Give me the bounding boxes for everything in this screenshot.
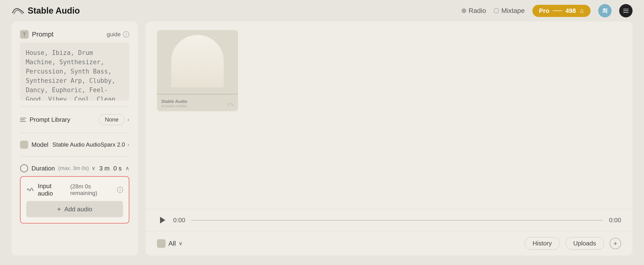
prompt-input[interactable] (20, 43, 129, 101)
clock-icon (20, 164, 28, 172)
album-art: Stable Audio AI music creation (157, 30, 238, 111)
mixtape-icon (494, 8, 499, 13)
model-left: Model (20, 141, 48, 149)
logo: Stable Audio (12, 6, 80, 16)
player-area: 0:00 0:00 (146, 209, 632, 231)
duration-seconds-value: 0 s (113, 165, 122, 172)
audio-wave-icon (26, 185, 34, 194)
pro-separator (553, 11, 562, 11)
input-audio-label: Input audio (38, 182, 67, 197)
prompt-icon: T (20, 30, 28, 39)
all-label: All (168, 240, 176, 247)
radio-label: Radio (469, 7, 486, 15)
duration-label: Duration (32, 165, 55, 172)
model-icon (20, 141, 28, 149)
tabs-bar: All ∨ History Uploads + (146, 231, 632, 255)
prompt-header-left: T Prompt (20, 30, 54, 39)
mixtape-nav[interactable]: Mixtape (494, 7, 525, 15)
divider-2 (20, 133, 129, 133)
album-brand-subtitle: AI music creation (161, 104, 187, 108)
uploads-tab[interactable]: Uploads (566, 237, 604, 250)
album-logo-icon (226, 102, 234, 108)
album-brand-title: Stable Audio (161, 99, 187, 104)
add-audio-button[interactable]: + Add audio (26, 201, 123, 217)
app-title: Stable Audio (28, 6, 80, 16)
hamburger-icon (623, 9, 628, 13)
divider-3 (20, 156, 129, 157)
input-audio-left: Input audio (28m 0s remaining) (26, 182, 117, 197)
duration-max: (max. 3m 0s) (58, 165, 89, 171)
duration-minutes-decrease[interactable]: ∨ (92, 165, 96, 171)
prompt-library-label: Prompt Library (30, 116, 70, 123)
all-dropdown[interactable]: All ∨ (157, 239, 182, 248)
album-art-container: Stable Audio AI music creation (146, 22, 632, 209)
right-panel: Stable Audio AI music creation 0:00 0:00 (146, 22, 632, 255)
menu-button[interactable] (619, 4, 632, 18)
album-branding: Stable Audio AI music creation (161, 99, 187, 108)
model-label: Model (32, 141, 48, 148)
music-note-icon: ♫ (579, 7, 584, 15)
album-arch (171, 35, 224, 87)
mixtape-label: Mixtape (501, 7, 525, 15)
input-audio-info-icon[interactable]: i (117, 187, 123, 193)
guide-area: guide i (106, 31, 129, 38)
duration-row: Duration (max. 3m 0s) ∨ 3 m 0 s ∧ (20, 162, 129, 174)
prompt-library-left: Prompt Library (20, 116, 70, 123)
prompt-library-value[interactable]: None (99, 114, 124, 125)
remaining-text: (28m 0s remaining) (70, 183, 117, 196)
lines-icon (20, 118, 26, 122)
total-time: 0:00 (609, 216, 621, 224)
duration-left: Duration (max. 3m 0s) (20, 164, 89, 172)
input-audio-header: Input audio (28m 0s remaining) i (26, 182, 123, 197)
pro-label: Pro (539, 7, 549, 15)
info-icon[interactable]: i (123, 31, 129, 38)
plus-icon: + (57, 205, 61, 213)
pro-badge[interactable]: Pro 498 ♫ (532, 5, 590, 17)
duration-minutes-value: 3 m (99, 165, 110, 172)
radio-nav[interactable]: Radio (462, 7, 486, 15)
chevron-right-icon: › (127, 116, 129, 123)
avatar-initial: 최 (602, 7, 608, 15)
left-panel: T Prompt guide i Prompt Lib (12, 22, 138, 255)
play-button[interactable] (157, 215, 168, 225)
model-row[interactable]: Model Stable Audio AudioSparx 2.0 › (20, 139, 129, 151)
pro-credits: 498 (566, 7, 576, 15)
model-chevron-icon: › (127, 141, 129, 148)
prompt-header: T Prompt guide i (20, 30, 129, 39)
logo-icon (12, 7, 25, 15)
header-right: Radio Mixtape Pro 498 ♫ 최 (462, 4, 632, 18)
input-audio-section: Input audio (28m 0s remaining) i + Add a… (20, 176, 129, 223)
model-value: Stable Audio AudioSparx 2.0 › (52, 141, 129, 148)
duration-seconds-increase[interactable]: ∧ (126, 165, 129, 171)
add-audio-label: Add audio (64, 205, 92, 213)
duration-controls: ∨ 3 m 0 s ∧ (92, 165, 129, 172)
current-time: 0:00 (173, 216, 185, 224)
prompt-library-right: None › (99, 114, 129, 125)
history-tab[interactable]: History (525, 237, 560, 250)
divider-1 (20, 106, 129, 107)
all-chevron-icon: ∨ (179, 240, 182, 247)
main: T Prompt guide i Prompt Lib (0, 22, 644, 265)
progress-bar[interactable] (191, 220, 604, 221)
album-bottom-bar (157, 94, 238, 95)
prompt-label: Prompt (32, 31, 54, 38)
play-icon (160, 217, 165, 223)
header: Stable Audio Radio Mixtape Pro 498 ♫ 최 (0, 0, 644, 22)
all-icon (157, 239, 166, 248)
prompt-library-row[interactable]: Prompt Library None › (20, 112, 129, 127)
add-button[interactable]: + (610, 238, 621, 249)
avatar[interactable]: 최 (598, 4, 612, 18)
guide-label: guide (106, 31, 121, 38)
radio-icon (462, 8, 466, 13)
